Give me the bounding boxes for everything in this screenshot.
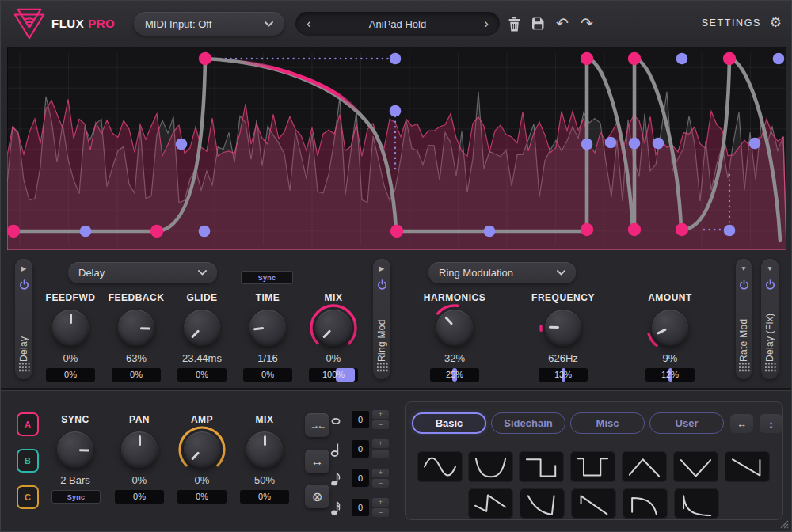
shape-tile-ramp-down[interactable] [725, 451, 770, 482]
delete-preset-button[interactable] [505, 14, 524, 33]
increment-button[interactable]: + [372, 410, 389, 419]
envelope-editor[interactable] [7, 47, 786, 250]
envelope-node-purple[interactable] [581, 139, 593, 150]
envelope-node-pink[interactable] [150, 225, 163, 238]
resize-grip[interactable] [779, 519, 789, 529]
drag-handle-icon[interactable] [738, 362, 750, 372]
envelope-node-pink[interactable] [628, 52, 641, 65]
undo-button[interactable]: ↶ [553, 14, 572, 33]
tab-user[interactable]: User [649, 412, 724, 434]
feedfwd-mod-box[interactable]: 0% [46, 368, 95, 382]
delay-type-dropdown[interactable]: Delay [68, 262, 217, 283]
envelope-node-purple[interactable] [629, 138, 641, 150]
feedfwd-knob[interactable] [52, 310, 89, 346]
feedback-mod-box[interactable]: 0% [112, 368, 161, 382]
power-icon[interactable] [377, 279, 387, 290]
collapse-module-icon[interactable]: ▼ [741, 264, 747, 272]
envelope-node-purple[interactable] [724, 225, 736, 237]
increment-button[interactable]: + [372, 439, 389, 448]
lfo-mix-mod-box[interactable]: 0% [240, 490, 289, 504]
envelope-node-purple[interactable] [390, 53, 402, 65]
harmonics-knob[interactable] [436, 310, 473, 346]
pan-mod-box[interactable]: 0% [115, 490, 164, 504]
time-knob[interactable] [249, 310, 286, 346]
increment-button[interactable]: + [372, 498, 389, 507]
lfo-slot-b[interactable]: B [17, 449, 39, 473]
shape-tile-inverted-sine[interactable] [468, 451, 513, 482]
envelope-node-purple[interactable] [199, 226, 211, 238]
tab-misc[interactable]: Misc [570, 412, 645, 434]
increment-button[interactable]: + [372, 469, 389, 477]
drag-handle-icon[interactable] [376, 362, 388, 372]
power-icon[interactable] [19, 279, 29, 290]
preset-prev-button[interactable]: ‹ [307, 15, 311, 32]
decrement-button[interactable]: – [372, 450, 389, 458]
shape-tile-saw[interactable] [468, 488, 513, 519]
tab-sidechain[interactable]: Sidechain [491, 412, 565, 434]
envelope-node-purple[interactable] [390, 105, 402, 117]
settings-button[interactable]: SETTINGS [702, 17, 761, 28]
frequency-knob[interactable] [545, 310, 581, 346]
shape-tile-square[interactable] [519, 451, 564, 482]
gear-icon[interactable]: ⚙ [770, 14, 782, 31]
shape-tile-triangle[interactable] [622, 451, 667, 482]
flip-vertical-button[interactable]: ↕ [760, 414, 782, 433]
envelope-node-pink[interactable] [7, 225, 20, 238]
shape-tile-inverted-square[interactable] [570, 451, 615, 482]
envelope-node-pink[interactable] [628, 223, 641, 236]
stepper-value[interactable]: 0 [352, 499, 369, 516]
shape-tile-slow-then-fast-decay[interactable] [623, 488, 668, 519]
expand-module-icon[interactable]: ▶ [379, 264, 385, 272]
amp-knob[interactable] [184, 431, 220, 468]
frequency-mod-box[interactable]: 13% [539, 368, 588, 382]
glide-mod-box[interactable]: 0% [177, 368, 227, 382]
envelope-node-pink[interactable] [199, 52, 211, 65]
harmonics-mod-box[interactable]: 25% [430, 368, 479, 382]
envelope-node-pink[interactable] [390, 225, 403, 238]
pan-knob[interactable] [121, 431, 158, 468]
glide-knob[interactable] [184, 310, 220, 346]
shape-tile-exp-decay-reset[interactable] [520, 488, 565, 519]
stepper-value[interactable]: 0 [352, 411, 369, 428]
drag-handle-icon[interactable] [764, 362, 776, 372]
lfo-mix-knob[interactable] [246, 431, 283, 468]
envelope-node-purple[interactable] [773, 53, 785, 65]
envelope-node-purple[interactable] [653, 138, 664, 150]
envelope-node-purple[interactable] [176, 139, 188, 150]
power-icon[interactable] [765, 279, 775, 290]
envelope-node-purple[interactable] [676, 53, 688, 65]
shape-tile-linear-decay[interactable] [571, 488, 616, 519]
stepper-value[interactable]: 0 [352, 440, 369, 458]
stretch-button[interactable]: ↔ [305, 450, 329, 473]
envelope-node-purple[interactable] [80, 226, 92, 238]
lfo-slot-a[interactable]: A [17, 412, 39, 436]
envelope-node-pink[interactable] [723, 52, 736, 65]
envelope-node-pink[interactable] [581, 223, 593, 236]
time-mod-box[interactable]: 0% [243, 368, 292, 382]
amount-mod-box[interactable]: 12% [645, 368, 695, 382]
envelope-node-purple[interactable] [484, 226, 496, 238]
decrement-button[interactable]: – [372, 420, 389, 429]
expand-module-icon[interactable]: ▶ [21, 264, 27, 272]
shape-tile-sine[interactable] [417, 451, 463, 482]
stepper-value[interactable]: 0 [352, 469, 369, 487]
drag-handle-icon[interactable] [18, 362, 30, 372]
shape-tile-inverted-triangle[interactable] [673, 451, 718, 482]
redo-button[interactable]: ↷ [577, 14, 596, 33]
delay-mix-mod-box[interactable]: 100% [309, 368, 358, 382]
delay-mix-knob[interactable] [315, 310, 352, 346]
envelope-node-purple[interactable] [749, 138, 761, 150]
collapse-module-icon[interactable]: ▼ [767, 264, 773, 272]
decrement-button[interactable]: – [372, 479, 389, 488]
envelope-node-pink[interactable] [676, 223, 688, 236]
ringmod-type-dropdown[interactable]: Ring Modulation [428, 262, 576, 283]
snap-points-button[interactable]: →← [305, 413, 329, 437]
rate-sync-toggle[interactable]: Sync [51, 490, 101, 504]
envelope-node-purple[interactable] [605, 137, 617, 149]
clear-points-button[interactable]: ⊗ [305, 484, 329, 508]
preset-next-button[interactable]: › [484, 15, 489, 32]
lfo-slot-c[interactable]: C [17, 485, 39, 509]
delay-sync-toggle[interactable]: Sync [241, 271, 293, 284]
midi-input-dropdown[interactable]: MIDI Input: Off [134, 12, 284, 36]
feedback-knob[interactable] [118, 310, 154, 346]
